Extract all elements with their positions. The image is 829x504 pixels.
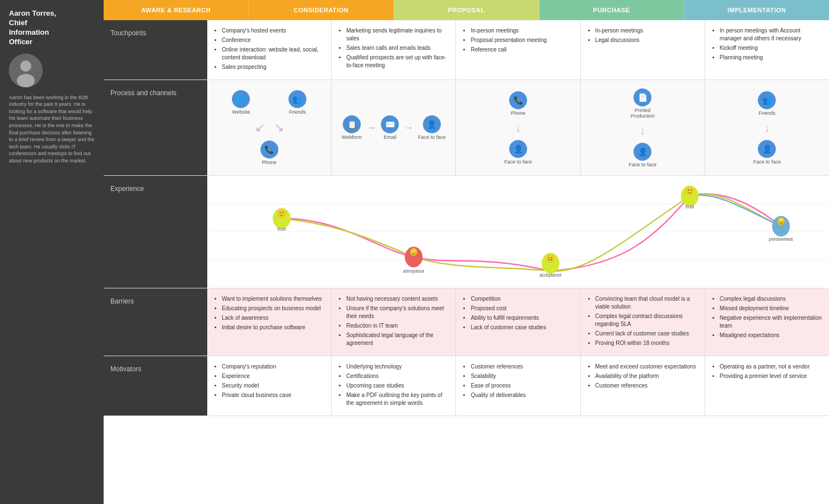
motivators-cell-0: Company's reputation Experience Security… <box>207 356 332 416</box>
barriers-cell-3: Convincing team that cloud model is a vi… <box>581 288 705 356</box>
list-item: Availability of the platform <box>595 372 698 380</box>
process-cell-consideration: 📋 Webform → ✉️ Email → 👤 Face to face <box>332 80 456 175</box>
touchpoints-row: Touchpoints Company's hosted events Conf… <box>104 20 829 80</box>
list-item: Make a PDF outlining the key points of t… <box>346 391 449 407</box>
experience-row: Experience <box>104 176 829 288</box>
touchpoints-content: Company's hosted events Conference Onlin… <box>207 20 829 80</box>
list-item: Certifications <box>346 372 449 380</box>
motivators-row: Motivators Company's reputation Experien… <box>104 356 829 416</box>
stage-purchase: PURCHASE <box>539 0 684 20</box>
list-item: Sales prospecting <box>222 63 324 71</box>
svg-text:trust: trust <box>686 203 695 209</box>
barriers-cell-2: Competition Proposed cost Ability to ful… <box>456 288 580 356</box>
list-item: Educating prospects on business model <box>222 305 324 312</box>
svg-text:🙂: 🙂 <box>277 208 286 218</box>
list-item: Customer references <box>595 382 698 390</box>
list-item: Unsure if the company's solutions meet t… <box>346 305 449 320</box>
stage-proposal: PROPOSAL <box>394 0 539 20</box>
stage-implementation: IMPLEMENTATION <box>684 0 829 20</box>
channel-friends: 👥 Friends <box>288 90 306 115</box>
process-content: 🌐 Website 👥 Friends ↙ ↘ <box>207 80 829 175</box>
barriers-cell-0: Want to implement solutions themselves E… <box>207 288 332 356</box>
list-item: Legal discussions <box>595 36 698 44</box>
list-item: Experience <box>222 372 324 380</box>
list-item: Lack of customer case studies <box>471 324 573 332</box>
list-item: Ability to fulfill requirements <box>471 314 573 322</box>
barriers-content: Want to implement solutions themselves E… <box>207 288 829 356</box>
arrow-right-1: → <box>366 122 376 134</box>
list-item: Lack of awareness <box>222 314 324 322</box>
list-item: Conference <box>222 36 324 44</box>
svg-text:😞: 😞 <box>409 247 418 257</box>
motivators-content: Company's reputation Experience Security… <box>207 356 829 416</box>
svg-text:🙂: 🙂 <box>686 186 695 196</box>
list-item: Current lack of customer case studies <box>595 330 698 338</box>
motivators-label: Motivators <box>104 356 207 416</box>
list-item: Security model <box>222 382 324 390</box>
list-item: Complex legal discussions <box>720 295 822 303</box>
list-item: Proposal presentation meeting <box>471 36 573 44</box>
list-item: In person meetings with Account manager … <box>720 27 822 43</box>
channel-phone-aware: 📞 Phone <box>260 141 278 165</box>
svg-text:acceptance: acceptance <box>539 272 562 278</box>
channel-friends-impl: 👥 Friends <box>758 91 776 116</box>
arrow-down-impl: ↓ <box>764 122 770 134</box>
touchpoints-cell-1: Marketing sends legitimate inquiries to … <box>332 20 456 80</box>
arrow-diag-right: ↘ <box>274 120 284 135</box>
list-item: Customer references <box>471 363 573 371</box>
svg-text:trust: trust <box>277 226 286 232</box>
process-row: Process and channels 🌐 Website 👥 <box>104 80 829 176</box>
persona-name: Aaron Torres, Chief Information Officer <box>9 9 56 47</box>
motivators-cell-3: Meet and exceed customer expectations Av… <box>581 356 705 416</box>
channel-webform: 📋 Webform <box>342 115 362 140</box>
list-item: Reference call <box>471 46 573 54</box>
svg-text:😞: 😞 <box>777 216 786 226</box>
list-item: In-person meetings <box>471 27 573 35</box>
list-item: Proving ROI within 18 months <box>595 339 698 347</box>
list-item: Negative experience with implementation … <box>720 314 822 330</box>
experience-label: Experience <box>104 176 207 288</box>
list-item: Company's hosted events <box>222 27 324 35</box>
process-cell-implementation: 👥 Friends ↓ 👤 Face to face <box>705 80 829 175</box>
list-item: Online interaction: website lead, social… <box>222 46 324 62</box>
channel-face-proposal: 👤 Face to face <box>504 140 532 165</box>
touchpoints-cell-3: In-person meetings Legal discussions <box>581 20 705 80</box>
list-item: Company's reputation <box>222 363 324 371</box>
list-item: Planning meeting <box>720 54 822 62</box>
list-item: Scalability <box>471 372 573 380</box>
list-item: Meet and exceed customer expectations <box>595 363 698 371</box>
barriers-cell-4: Complex legal discussions Missed deploym… <box>705 288 829 356</box>
channel-website: 🌐 Website <box>232 90 250 115</box>
channel-phone-proposal: 📞 Phone <box>509 91 527 116</box>
arrow-diag-left: ↙ <box>255 120 265 135</box>
barriers-cell-1: Not having necessary content assets Unsu… <box>332 288 456 356</box>
channel-face-consideration: 👤 Face to face <box>418 115 446 140</box>
list-item: Reduction in IT team <box>346 322 449 330</box>
list-item: Not having necessary content assets <box>346 295 449 303</box>
arrow-diag-down: ↓ <box>515 122 521 134</box>
barriers-label: Barriers <box>104 288 207 356</box>
channel-face-impl: 👤 Face to face <box>753 140 781 165</box>
process-cell-purchase: 📄 PrintedProduction ↓ 👤 Face to face <box>581 80 705 175</box>
persona-bio: Aaron has been working in the B2B indust… <box>9 94 95 165</box>
motivators-cell-1: Underlying technology Certifications Upc… <box>332 356 456 416</box>
stages-header: AWARE & RESEARCH CONSIDERATION PROPOSAL … <box>104 0 829 20</box>
list-item: Upcoming case studies <box>346 382 449 390</box>
avatar <box>9 54 43 87</box>
list-item: Missed deployment timeline <box>720 305 822 312</box>
channel-face-purchase: 👤 Face to face <box>628 143 656 167</box>
process-label: Process and channels <box>104 80 207 175</box>
svg-point-2 <box>17 74 35 87</box>
list-item: Operating as a partner, not a vendor <box>720 363 822 371</box>
list-item: In-person meetings <box>595 27 698 35</box>
list-item: Proposed cost <box>471 305 573 312</box>
app-container: Aaron Torres, Chief Information Officer … <box>0 0 829 504</box>
list-item: Underlying technology <box>346 363 449 371</box>
channel-printed: 📄 PrintedProduction <box>631 88 655 119</box>
list-item: Kickoff meeting <box>720 44 822 52</box>
experience-chart: 🙂 trust 😞 annoyance 😐 acceptance 🙂 trust <box>207 176 829 288</box>
list-item: Misaligned expectations <box>720 332 822 339</box>
sidebar: Aaron Torres, Chief Information Officer … <box>0 0 104 504</box>
stage-aware: AWARE & RESEARCH <box>104 0 249 20</box>
svg-text:pensiveness: pensiveness <box>769 236 793 242</box>
